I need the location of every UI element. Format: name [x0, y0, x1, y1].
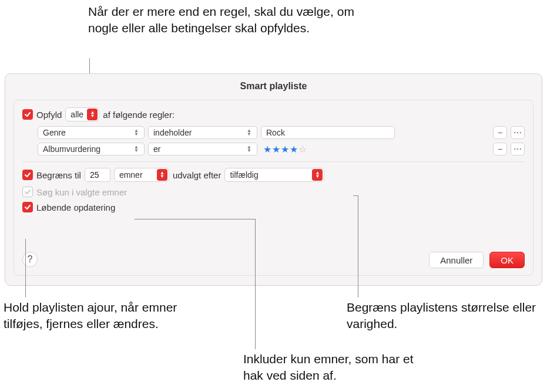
divider — [22, 161, 525, 162]
rule-op-value: er — [153, 144, 241, 154]
callout-line-limit-h — [353, 195, 358, 196]
annotation-top: Når der er mere end en regel, skal du væ… — [88, 4, 364, 37]
match-label-suffix: af følgende regler: — [103, 110, 174, 120]
limit-by-value: tilfældig — [230, 170, 310, 180]
rule-more-button[interactable]: ⋯ — [511, 143, 525, 156]
rule-value-text: Rock — [266, 128, 285, 137]
rule-field-select[interactable]: Genre ▲▼ — [38, 126, 145, 139]
rule-value-input[interactable]: Rock — [261, 126, 395, 139]
rule-field-value: Albumvurdering — [43, 144, 129, 154]
match-label-prefix: Opfyld — [36, 110, 62, 120]
dialog-title: Smart playliste — [5, 74, 542, 92]
dropdown-icon: ▲▼ — [87, 109, 98, 120]
rule-more-button[interactable]: ⋯ — [511, 126, 525, 139]
ok-button[interactable]: OK — [489, 252, 525, 268]
remove-rule-button[interactable]: − — [493, 126, 507, 139]
cancel-button[interactable]: Annuller — [429, 252, 484, 268]
limit-by-label: udvalgt efter — [173, 170, 222, 180]
star-icon: ★ — [272, 144, 280, 155]
rule-op-value: indeholder — [153, 128, 241, 137]
limit-unit-select[interactable]: emner ▲▼ — [114, 168, 169, 182]
ellipsis-icon: ⋯ — [514, 144, 522, 154]
dropdown-icon: ▲▼ — [157, 169, 167, 181]
annotation-only-checked: Inkluder kun emner, som har et hak ved s… — [243, 351, 431, 384]
limit-label: Begræns til — [36, 170, 81, 180]
callout-line-live — [25, 239, 26, 298]
only-checked-label: Søg kun i valgte emner — [36, 187, 127, 197]
callout-line-only-v — [255, 219, 256, 349]
star-icon: ★ — [290, 144, 298, 155]
live-update-checkbox[interactable] — [22, 202, 33, 212]
callout-line-limit-v — [358, 195, 358, 298]
match-checkbox[interactable] — [22, 109, 33, 120]
annotation-limit: Begræns playlistens størrelse eller vari… — [347, 299, 541, 333]
check-icon — [24, 188, 31, 195]
rule-field-select[interactable]: Albumvurdering ▲▼ — [38, 143, 145, 156]
chevron-updown-icon: ▲▼ — [131, 127, 142, 138]
star-icon: ★ — [263, 144, 271, 155]
annotation-live-text: Hold playlisten ajour, når emner tilføje… — [4, 300, 177, 330]
rule-row: Albumvurdering ▲▼ er ▲▼ ★ ★ ★ ★ ☆ − — [38, 143, 525, 156]
star-icon: ★ — [281, 144, 289, 155]
rule-row: Genre ▲▼ indeholder ▲▼ Rock − ⋯ — [38, 126, 525, 139]
limit-by-select[interactable]: tilfældig ▲▼ — [224, 168, 324, 182]
dialog-footer: Annuller OK — [429, 252, 525, 268]
dropdown-icon: ▲▼ — [312, 169, 323, 181]
only-checked-row: Søg kun i valgte emner — [22, 187, 525, 197]
chevron-updown-icon: ▲▼ — [244, 127, 254, 138]
live-update-row: Løbende opdatering — [22, 202, 525, 212]
dialog-panel: Opfyld alle ▲▼ af følgende regler: Genre… — [14, 100, 533, 276]
remove-rule-button[interactable]: − — [493, 143, 507, 156]
check-icon — [24, 111, 31, 118]
limit-checkbox[interactable] — [22, 170, 33, 180]
check-icon — [24, 171, 31, 178]
callout-line-only-h — [135, 219, 255, 219]
match-mode-select[interactable]: alle ▲▼ — [65, 107, 99, 121]
annotation-limit-text: Begræns playlistens størrelse eller vari… — [347, 300, 536, 330]
rule-rating-input[interactable]: ★ ★ ★ ★ ☆ — [261, 144, 307, 155]
chevron-updown-icon: ▲▼ — [244, 143, 254, 155]
ok-label: OK — [501, 255, 514, 265]
limit-unit-value: emner — [119, 170, 155, 180]
rule-op-select[interactable]: er ▲▼ — [148, 143, 257, 156]
star-icon: ☆ — [298, 144, 307, 155]
match-mode-value: alle — [71, 110, 85, 119]
ellipsis-icon: ⋯ — [514, 128, 522, 137]
rules-list: Genre ▲▼ indeholder ▲▼ Rock − ⋯ — [38, 126, 525, 156]
check-icon — [24, 204, 31, 211]
smart-playlist-dialog: Smart playliste Opfyld alle ▲▼ af følgen… — [5, 73, 542, 286]
chevron-updown-icon: ▲▼ — [131, 143, 142, 155]
limit-row: Begræns til 25 emner ▲▼ udvalgt efter ti… — [22, 168, 525, 182]
match-row: Opfyld alle ▲▼ af følgende regler: — [22, 107, 525, 121]
live-update-label: Løbende opdatering — [36, 202, 115, 212]
annotation-top-text: Når der er mere end en regel, skal du væ… — [88, 5, 354, 35]
limit-count-input[interactable]: 25 — [85, 168, 110, 182]
help-button[interactable]: ? — [22, 252, 38, 267]
only-checked-checkbox[interactable] — [22, 187, 33, 197]
annotation-live-update: Hold playlisten ajour, når emner tilføje… — [4, 299, 197, 333]
help-icon: ? — [28, 254, 33, 265]
limit-count-value: 25 — [90, 170, 99, 180]
rule-field-value: Genre — [43, 128, 129, 137]
minus-icon: − — [498, 128, 502, 137]
rule-op-select[interactable]: indeholder ▲▼ — [148, 126, 257, 139]
minus-icon: − — [498, 144, 502, 154]
annotation-only-text: Inkluder kun emner, som har et hak ved s… — [243, 352, 413, 382]
cancel-label: Annuller — [440, 255, 472, 265]
